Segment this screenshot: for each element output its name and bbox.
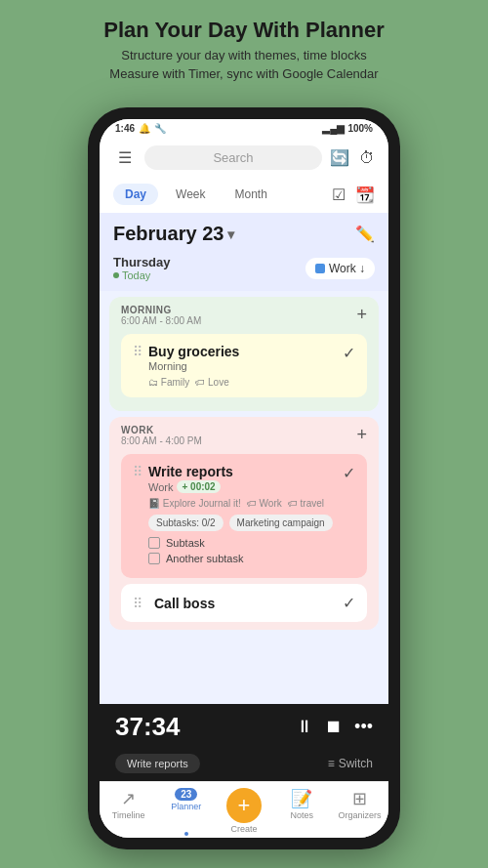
nav-timeline[interactable]: ↗ Timeline (100, 782, 157, 838)
task-tags: 🗂 Family 🏷 Love (148, 377, 343, 388)
nav-planner-label: Planner (171, 802, 201, 811)
today-dot (113, 272, 119, 278)
nav-organizers-label: Organizers (338, 810, 381, 820)
work-add-button[interactable]: + (356, 425, 367, 445)
nav-timeline-label: Timeline (112, 810, 145, 820)
status-signal-bars: ▂▄▆ (322, 123, 345, 134)
work-section-time: 8:00 AM - 4:00 PM (121, 435, 202, 446)
top-nav: ☰ Search 🔄 ⏱ (100, 138, 388, 178)
phone-frame: 1:46 🔔 🔧 ▂▄▆ 100% ☰ Search 🔄 ⏱ Day Week … (88, 107, 400, 849)
work-section-name: WORK (121, 425, 202, 435)
drag-handle-icon: ⠿ (133, 596, 142, 611)
task-write-reports[interactable]: ⠿ Write reports Work + 00:02 📓 Explore J… (121, 454, 367, 578)
timer-pause-button[interactable]: ⏸ (296, 717, 313, 737)
date-chevron-icon[interactable]: ▾ (227, 227, 234, 242)
timer-info-bar: Write reports ≡ Switch (100, 750, 388, 781)
switch-list-icon: ≡ (328, 757, 335, 770)
phone-screen: 1:46 🔔 🔧 ▂▄▆ 100% ☰ Search 🔄 ⏱ Day Week … (100, 119, 388, 838)
task-name: Call boss (154, 596, 215, 611)
drag-handle-icon: ⠿ (133, 464, 142, 479)
task-check-icon[interactable]: ✓ (343, 344, 355, 362)
calendar-sync-icon[interactable]: 📆 (355, 186, 375, 204)
marketing-pill[interactable]: Marketing campaign (229, 515, 333, 531)
nav-organizers[interactable]: ⊞ Organizers (331, 782, 388, 838)
subtask-item-2[interactable]: Another subtask (148, 553, 343, 564)
task-call-boss[interactable]: ⠿ Call boss ✓ (121, 584, 367, 622)
nav-planner[interactable]: 23 Planner (157, 782, 215, 838)
timer-icon[interactable]: ⏱ (359, 149, 375, 167)
app-header: Plan Your Day With Planner Structure you… (0, 0, 488, 93)
nav-create[interactable]: + Create (215, 782, 272, 838)
task-sub: Work + 00:02 (148, 480, 343, 493)
time-badge: + 00:02 (177, 480, 220, 493)
subtask-item-1[interactable]: Subtask (148, 537, 343, 549)
tab-day[interactable]: Day (113, 184, 158, 205)
content-area: February 23 ▾ ✏️ Thursday Today Work ↓ (100, 213, 388, 704)
nav-notes-label: Notes (290, 810, 313, 820)
edit-icon[interactable]: ✏️ (355, 225, 375, 243)
timer-display: 37:34 (115, 712, 181, 742)
today-indicator: Today (113, 269, 171, 281)
morning-section: MORNING 6:00 AM - 8:00 AM + ⠿ Buy grocer… (109, 297, 379, 411)
work-badge[interactable]: Work ↓ (305, 258, 375, 279)
tab-month[interactable]: Month (223, 184, 278, 205)
app-title: Plan Your Day With Planner (20, 18, 468, 43)
subtask-pills: Subtasks: 0/2 Marketing campaign (148, 515, 343, 531)
work-section: WORK 8:00 AM - 4:00 PM + ⠿ Write reports… (109, 417, 379, 630)
menu-icon[interactable]: ☰ (113, 148, 137, 167)
timer-task-label[interactable]: Write reports (115, 754, 200, 773)
tab-week[interactable]: Week (164, 184, 217, 205)
status-bar: 1:46 🔔 🔧 ▂▄▆ 100% (100, 119, 388, 138)
nav-create-label: Create (231, 824, 258, 834)
drag-handle-icon: ⠿ (133, 344, 142, 359)
timer-stop-button[interactable]: ⏹ (325, 717, 343, 737)
task-sub: Morning (148, 360, 343, 372)
battery-text: 100% (347, 123, 373, 134)
task-check-icon[interactable]: ✓ (343, 464, 355, 482)
bottom-nav: ↗ Timeline 23 Planner + Create 📝 Notes ⊞ (100, 781, 388, 838)
date-title: February 23 ▾ (113, 223, 234, 245)
subtask-checkbox-1[interactable] (148, 537, 160, 549)
task-name: Write reports (148, 464, 343, 479)
morning-add-button[interactable]: + (356, 305, 367, 325)
subtask-checkbox-2[interactable] (148, 553, 160, 564)
task-name: Buy groceries (148, 344, 343, 359)
checklist-icon[interactable]: ☑ (332, 186, 346, 204)
subtask-count-pill[interactable]: Subtasks: 0/2 (148, 515, 224, 531)
planner-badge: 23 (175, 788, 197, 801)
morning-section-time: 6:00 AM - 8:00 AM (121, 315, 201, 326)
organizers-icon: ⊞ (352, 788, 367, 809)
timer-bar: 37:34 ⏸ ⏹ ••• (100, 704, 388, 750)
status-signal-icon: 🔔 (139, 123, 150, 134)
tab-bar: Day Week Month ☑ 📆 (100, 178, 388, 213)
task-buy-groceries[interactable]: ⠿ Buy groceries Morning 🗂 Family 🏷 Love … (121, 334, 367, 397)
notes-icon: 📝 (291, 788, 312, 809)
date-header: February 23 ▾ ✏️ (100, 213, 388, 253)
status-time: 1:46 (115, 123, 135, 134)
switch-button[interactable]: ≡ Switch (328, 757, 373, 770)
subtask-list: Subtask Another subtask (148, 537, 343, 564)
date-sub: Thursday Today Work ↓ (100, 253, 388, 291)
task-check-icon[interactable]: ✓ (343, 594, 355, 612)
timeline-icon: ↗ (121, 788, 136, 809)
app-subtitle: Structure your day with themes, time blo… (20, 47, 468, 82)
day-name: Thursday (113, 255, 171, 269)
nav-notes[interactable]: 📝 Notes (273, 782, 331, 838)
create-circle-button[interactable]: + (226, 788, 262, 823)
timer-more-button[interactable]: ••• (354, 717, 373, 737)
work-badge-dot (315, 264, 325, 273)
morning-section-name: MORNING (121, 305, 201, 315)
status-wifi-icon: 🔧 (154, 123, 166, 134)
refresh-icon[interactable]: 🔄 (330, 148, 349, 167)
search-bar[interactable]: Search (144, 145, 322, 170)
task-journals: 📓 Explore Journal it! 🏷 Work 🏷 travel (148, 498, 343, 509)
active-dot (184, 832, 188, 836)
